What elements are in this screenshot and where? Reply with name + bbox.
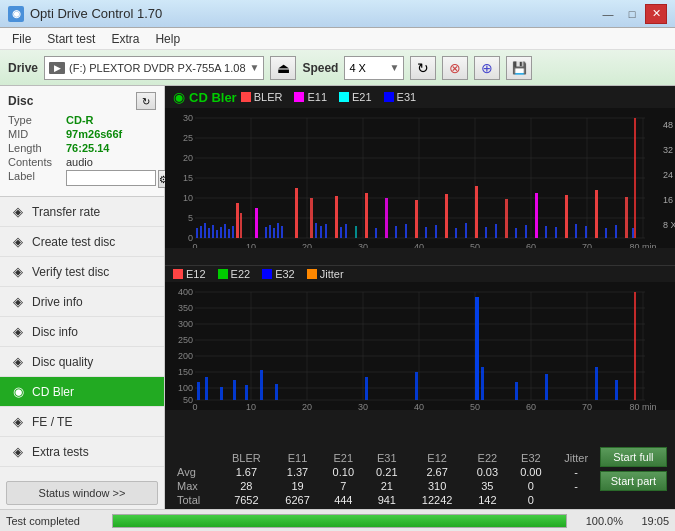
svg-text:400: 400: [178, 287, 193, 297]
status-window-button[interactable]: Status window >>: [6, 481, 158, 505]
svg-text:10: 10: [246, 402, 256, 410]
stats-avg-e31: 0.21: [365, 465, 409, 479]
svg-rect-132: [275, 384, 278, 400]
svg-rect-91: [632, 228, 634, 238]
svg-rect-83: [555, 227, 557, 238]
start-full-button[interactable]: Start full: [600, 447, 667, 467]
svg-rect-44: [224, 224, 226, 238]
svg-rect-47: [236, 203, 239, 238]
svg-rect-86: [585, 226, 587, 238]
svg-rect-135: [365, 377, 368, 400]
svg-rect-80: [525, 225, 527, 238]
cd-bler-icon: ◉: [10, 384, 26, 400]
disc-mid-row: MID 97m26s66f: [8, 128, 156, 140]
drive-select[interactable]: ▶ (F:) PLEXTOR DVDR PX-755A 1.08 ▼: [44, 56, 264, 80]
disc-contents-value: audio: [66, 156, 93, 168]
svg-text:15: 15: [183, 173, 193, 183]
svg-text:80 min: 80 min: [629, 402, 656, 410]
stats-total-e32: 0: [509, 493, 553, 507]
fe-te-icon: ◈: [10, 414, 26, 430]
svg-rect-64: [365, 193, 368, 238]
stats-header-e22: E22: [466, 451, 510, 465]
stats-max-e31: 21: [365, 479, 409, 493]
stats-total-e11: 6267: [274, 493, 322, 507]
menu-start-test[interactable]: Start test: [39, 30, 103, 48]
sidebar-item-extra-tests[interactable]: ◈ Extra tests: [0, 437, 164, 467]
svg-rect-39: [204, 223, 206, 238]
save-button[interactable]: 💾: [506, 56, 532, 80]
svg-text:20: 20: [302, 402, 312, 410]
refresh-button[interactable]: ↻: [410, 56, 436, 80]
svg-text:70: 70: [582, 242, 592, 248]
maximize-button[interactable]: □: [621, 4, 643, 24]
disc-type-value: CD-R: [66, 114, 94, 126]
svg-rect-42: [216, 230, 218, 238]
chart1-svg: 30 25 20 15 10 5 0 0 10 20 30 40 50 60 7…: [165, 108, 675, 248]
stats-header-e21: E21: [322, 451, 366, 465]
stats-total-bler: 7652: [219, 493, 273, 507]
close-button[interactable]: ✕: [645, 4, 667, 24]
svg-rect-50: [265, 227, 267, 238]
chart2-legend-e22: E22: [218, 268, 251, 280]
svg-rect-57: [315, 223, 317, 238]
copy-button[interactable]: ⊕: [474, 56, 500, 80]
svg-text:40: 40: [414, 402, 424, 410]
stats-total-e12: 12242: [409, 493, 466, 507]
stats-total-e21: 444: [322, 493, 366, 507]
stats-total-e31: 941: [365, 493, 409, 507]
minimize-button[interactable]: —: [597, 4, 619, 24]
svg-text:70: 70: [582, 402, 592, 410]
disc-length-row: Length 76:25.14: [8, 142, 156, 154]
sidebar-item-verify-test-disc[interactable]: ◈ Verify test disc: [0, 257, 164, 287]
svg-rect-90: [625, 197, 628, 238]
content-area: ◉ CD Bler BLER E11 E21 E31: [165, 86, 675, 509]
disc-label-input[interactable]: [66, 170, 156, 186]
svg-text:24 X: 24 X: [663, 170, 675, 180]
stats-max-row: Max 28 19 7 21 310 35 0 -: [173, 479, 600, 493]
sidebar-item-fe-te[interactable]: ◈ FE / TE: [0, 407, 164, 437]
menu-extra[interactable]: Extra: [103, 30, 147, 48]
chart1-legend-e11: E11: [294, 91, 327, 103]
erase-button[interactable]: ⊗: [442, 56, 468, 80]
svg-rect-60: [335, 196, 338, 238]
stats-max-jitter: -: [553, 479, 600, 493]
menu-help[interactable]: Help: [147, 30, 188, 48]
svg-rect-67: [395, 226, 397, 238]
chart2-container: E12 E22 E32 Jitter: [165, 266, 675, 445]
sidebar-item-create-test-disc[interactable]: ◈ Create test disc: [0, 227, 164, 257]
eject-button[interactable]: ⏏: [270, 56, 296, 80]
menu-file[interactable]: File: [4, 30, 39, 48]
stats-header-empty: [173, 451, 219, 465]
svg-text:200: 200: [178, 351, 193, 361]
svg-rect-62: [345, 224, 347, 238]
svg-rect-130: [245, 385, 248, 400]
speed-select[interactable]: 4 X ▼: [344, 56, 404, 80]
sidebar-item-disc-info[interactable]: ◈ Disc info: [0, 317, 164, 347]
svg-text:32 X: 32 X: [663, 145, 675, 155]
svg-rect-138: [545, 374, 548, 400]
svg-text:50: 50: [470, 402, 480, 410]
stats-max-bler: 28: [219, 479, 273, 493]
svg-rect-59: [325, 224, 327, 238]
sidebar-item-cd-bler[interactable]: ◉ CD Bler: [0, 377, 164, 407]
svg-rect-68: [405, 224, 407, 238]
disc-title: Disc: [8, 94, 33, 108]
sidebar-item-drive-info[interactable]: ◈ Drive info: [0, 287, 164, 317]
svg-rect-84: [565, 195, 568, 238]
svg-rect-55: [295, 188, 298, 238]
svg-rect-46: [232, 226, 234, 238]
stats-total-row: Total 7652 6267 444 941 12242 142 0: [173, 493, 600, 507]
sidebar-item-transfer-rate[interactable]: ◈ Transfer rate: [0, 197, 164, 227]
stats-max-e11: 19: [274, 479, 322, 493]
svg-rect-89: [615, 225, 617, 238]
status-text: Test completed: [6, 515, 106, 527]
sidebar-item-disc-quality[interactable]: ◈ Disc quality: [0, 347, 164, 377]
sidebar: Disc ↻ Type CD-R MID 97m26s66f Length 76…: [0, 86, 165, 509]
start-part-button[interactable]: Start part: [600, 471, 667, 491]
transfer-rate-icon: ◈: [10, 204, 26, 220]
svg-text:100: 100: [178, 383, 193, 393]
stats-avg-e21: 0.10: [322, 465, 366, 479]
disc-refresh-btn[interactable]: ↻: [136, 92, 156, 110]
disc-label-row: Label ⚙: [8, 170, 156, 188]
stats-max-e22: 35: [466, 479, 510, 493]
